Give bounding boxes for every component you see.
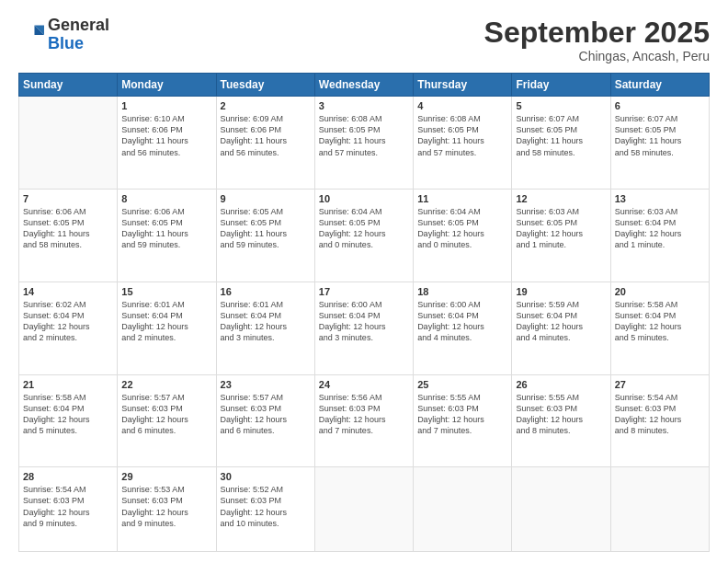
day-info: Sunrise: 6:03 AM Sunset: 6:04 PM Dayligh… xyxy=(615,206,705,251)
calendar-header-row: Sunday Monday Tuesday Wednesday Thursday… xyxy=(19,74,710,97)
day-number: 5 xyxy=(516,100,606,111)
table-row: 8Sunrise: 6:06 AM Sunset: 6:05 PM Daylig… xyxy=(118,189,216,282)
table-row: 7Sunrise: 6:06 AM Sunset: 6:05 PM Daylig… xyxy=(19,189,118,282)
table-row: 23Sunrise: 5:57 AM Sunset: 6:03 PM Dayli… xyxy=(216,374,314,467)
col-saturday: Saturday xyxy=(610,74,709,97)
day-number: 10 xyxy=(319,193,409,204)
table-row: 10Sunrise: 6:04 AM Sunset: 6:05 PM Dayli… xyxy=(314,189,413,282)
logo-blue: Blue xyxy=(48,34,84,52)
table-row: 16Sunrise: 6:01 AM Sunset: 6:04 PM Dayli… xyxy=(216,282,314,374)
col-friday: Friday xyxy=(512,74,610,97)
day-info: Sunrise: 5:53 AM Sunset: 6:03 PM Dayligh… xyxy=(121,484,211,529)
day-number: 4 xyxy=(417,100,507,111)
day-info: Sunrise: 6:04 AM Sunset: 6:05 PM Dayligh… xyxy=(319,206,409,251)
day-info: Sunrise: 6:03 AM Sunset: 6:05 PM Dayligh… xyxy=(516,206,606,251)
day-number: 24 xyxy=(319,379,409,390)
table-row: 2Sunrise: 6:09 AM Sunset: 6:06 PM Daylig… xyxy=(216,97,314,190)
table-row: 17Sunrise: 6:00 AM Sunset: 6:04 PM Dayli… xyxy=(314,282,413,374)
logo-icon xyxy=(18,22,44,48)
day-info: Sunrise: 6:07 AM Sunset: 6:05 PM Dayligh… xyxy=(516,113,606,158)
table-row xyxy=(512,467,610,552)
day-info: Sunrise: 6:02 AM Sunset: 6:04 PM Dayligh… xyxy=(23,299,113,344)
table-row: 4Sunrise: 6:08 AM Sunset: 6:05 PM Daylig… xyxy=(414,97,512,190)
table-row: 14Sunrise: 6:02 AM Sunset: 6:04 PM Dayli… xyxy=(19,282,118,374)
table-row: 13Sunrise: 6:03 AM Sunset: 6:04 PM Dayli… xyxy=(610,189,709,282)
day-number: 13 xyxy=(615,193,705,204)
logo-text: General Blue xyxy=(48,17,109,53)
table-row xyxy=(414,467,512,552)
day-number: 22 xyxy=(121,379,211,390)
day-info: Sunrise: 6:01 AM Sunset: 6:04 PM Dayligh… xyxy=(121,299,211,344)
col-tuesday: Tuesday xyxy=(216,74,314,97)
day-number: 20 xyxy=(615,286,705,297)
logo: General Blue xyxy=(18,17,109,53)
day-info: Sunrise: 6:06 AM Sunset: 6:05 PM Dayligh… xyxy=(121,206,211,251)
day-info: Sunrise: 6:10 AM Sunset: 6:06 PM Dayligh… xyxy=(121,113,211,158)
day-info: Sunrise: 6:05 AM Sunset: 6:05 PM Dayligh… xyxy=(221,206,311,251)
day-info: Sunrise: 5:58 AM Sunset: 6:04 PM Dayligh… xyxy=(23,392,113,437)
day-number: 16 xyxy=(221,286,311,297)
day-info: Sunrise: 6:09 AM Sunset: 6:06 PM Dayligh… xyxy=(221,113,311,158)
day-number: 3 xyxy=(319,100,409,111)
header: General Blue September 2025 Chingas, Anc… xyxy=(18,17,710,63)
day-number: 19 xyxy=(516,286,606,297)
day-info: Sunrise: 5:55 AM Sunset: 6:03 PM Dayligh… xyxy=(417,392,507,437)
day-number: 26 xyxy=(516,379,606,390)
day-number: 8 xyxy=(121,193,211,204)
table-row: 25Sunrise: 5:55 AM Sunset: 6:03 PM Dayli… xyxy=(414,374,512,467)
day-number: 25 xyxy=(417,379,507,390)
day-number: 9 xyxy=(221,193,311,204)
table-row: 22Sunrise: 5:57 AM Sunset: 6:03 PM Dayli… xyxy=(118,374,216,467)
day-number: 21 xyxy=(23,379,113,390)
table-row: 21Sunrise: 5:58 AM Sunset: 6:04 PM Dayli… xyxy=(19,374,118,467)
day-number: 1 xyxy=(121,100,211,111)
table-row: 6Sunrise: 6:07 AM Sunset: 6:05 PM Daylig… xyxy=(610,97,709,190)
table-row: 24Sunrise: 5:56 AM Sunset: 6:03 PM Dayli… xyxy=(314,374,413,467)
day-number: 11 xyxy=(417,193,507,204)
day-info: Sunrise: 6:08 AM Sunset: 6:05 PM Dayligh… xyxy=(319,113,409,158)
table-row: 19Sunrise: 5:59 AM Sunset: 6:04 PM Dayli… xyxy=(512,282,610,374)
day-number: 12 xyxy=(516,193,606,204)
day-info: Sunrise: 6:00 AM Sunset: 6:04 PM Dayligh… xyxy=(417,299,507,344)
day-info: Sunrise: 5:59 AM Sunset: 6:04 PM Dayligh… xyxy=(516,299,606,344)
table-row xyxy=(19,97,118,190)
day-number: 6 xyxy=(615,100,705,111)
day-number: 14 xyxy=(23,286,113,297)
col-sunday: Sunday xyxy=(19,74,118,97)
table-row: 20Sunrise: 5:58 AM Sunset: 6:04 PM Dayli… xyxy=(610,282,709,374)
logo-general: General xyxy=(48,16,109,34)
location-subtitle: Chingas, Ancash, Peru xyxy=(484,49,710,63)
title-area: September 2025 Chingas, Ancash, Peru xyxy=(484,17,710,63)
table-row: 27Sunrise: 5:54 AM Sunset: 6:03 PM Dayli… xyxy=(610,374,709,467)
table-row: 30Sunrise: 5:52 AM Sunset: 6:03 PM Dayli… xyxy=(216,467,314,552)
day-info: Sunrise: 5:57 AM Sunset: 6:03 PM Dayligh… xyxy=(221,392,311,437)
table-row: 9Sunrise: 6:05 AM Sunset: 6:05 PM Daylig… xyxy=(216,189,314,282)
table-row: 15Sunrise: 6:01 AM Sunset: 6:04 PM Dayli… xyxy=(118,282,216,374)
table-row: 3Sunrise: 6:08 AM Sunset: 6:05 PM Daylig… xyxy=(314,97,413,190)
table-row xyxy=(314,467,413,552)
day-info: Sunrise: 6:01 AM Sunset: 6:04 PM Dayligh… xyxy=(221,299,311,344)
day-info: Sunrise: 5:52 AM Sunset: 6:03 PM Dayligh… xyxy=(221,484,311,529)
table-row xyxy=(610,467,709,552)
day-number: 18 xyxy=(417,286,507,297)
day-info: Sunrise: 5:56 AM Sunset: 6:03 PM Dayligh… xyxy=(319,392,409,437)
day-info: Sunrise: 6:04 AM Sunset: 6:05 PM Dayligh… xyxy=(417,206,507,251)
col-thursday: Thursday xyxy=(414,74,512,97)
table-row: 5Sunrise: 6:07 AM Sunset: 6:05 PM Daylig… xyxy=(512,97,610,190)
day-number: 2 xyxy=(221,100,311,111)
day-number: 7 xyxy=(23,193,113,204)
day-info: Sunrise: 5:55 AM Sunset: 6:03 PM Dayligh… xyxy=(516,392,606,437)
day-info: Sunrise: 5:54 AM Sunset: 6:03 PM Dayligh… xyxy=(23,484,113,529)
table-row: 29Sunrise: 5:53 AM Sunset: 6:03 PM Dayli… xyxy=(118,467,216,552)
day-info: Sunrise: 6:06 AM Sunset: 6:05 PM Dayligh… xyxy=(23,206,113,251)
day-info: Sunrise: 5:58 AM Sunset: 6:04 PM Dayligh… xyxy=(615,299,705,344)
page: General Blue September 2025 Chingas, Anc… xyxy=(0,0,728,563)
day-number: 27 xyxy=(615,379,705,390)
day-info: Sunrise: 6:08 AM Sunset: 6:05 PM Dayligh… xyxy=(417,113,507,158)
table-row: 1Sunrise: 6:10 AM Sunset: 6:06 PM Daylig… xyxy=(118,97,216,190)
day-number: 15 xyxy=(121,286,211,297)
table-row: 12Sunrise: 6:03 AM Sunset: 6:05 PM Dayli… xyxy=(512,189,610,282)
day-number: 17 xyxy=(319,286,409,297)
col-monday: Monday xyxy=(118,74,216,97)
day-info: Sunrise: 5:57 AM Sunset: 6:03 PM Dayligh… xyxy=(121,392,211,437)
